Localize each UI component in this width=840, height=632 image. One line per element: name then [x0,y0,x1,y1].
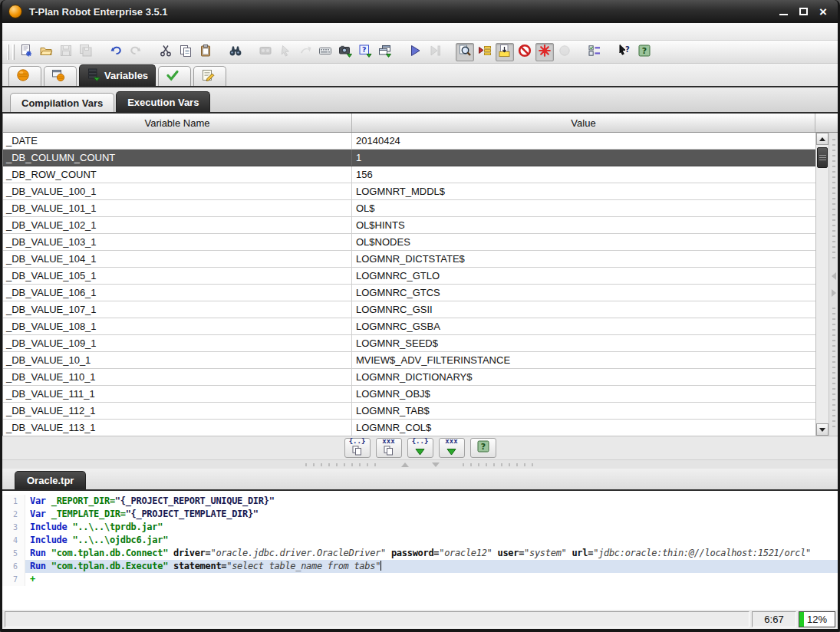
tab-screen[interactable] [44,66,77,86]
stop-button[interactable] [516,43,534,61]
open-button[interactable] [37,43,55,61]
table-scrollbar[interactable] [815,133,828,436]
variable-value-cell: LOGMNR_DICTIONARY$ [352,369,815,385]
collapse-down-icon[interactable] [432,462,440,467]
toolbar-grip[interactable] [7,44,9,60]
code-text[interactable]: Run "com.tplan.db.Connect" driver="oracl… [25,547,838,560]
column-header-variable-name[interactable]: Variable Name [3,114,352,132]
tab-status[interactable] [158,66,191,86]
table-row[interactable]: _DATE 20140424 [3,133,815,150]
menu-tools[interactable] [58,30,70,33]
whats-this-button[interactable]: ? [615,43,634,61]
column-header-value[interactable]: Value [352,114,815,132]
code-text[interactable]: Run "com.tplan.db.Execute" statement="se… [25,560,838,573]
table-row[interactable]: _DB_VALUE_112_1 LOGMNR_TAB$ [3,403,815,420]
tab-editor[interactable] [193,66,226,86]
tab-execution-vars[interactable]: Execution Vars [116,91,210,112]
menu-file[interactable] [8,30,21,33]
code-line[interactable]: 4 Include "..\..\ojdbc6.jar" [2,534,838,547]
maximize-button[interactable] [793,3,813,20]
copy-name-braces-button[interactable]: {..} [344,438,371,458]
comparison-button[interactable]: ? [356,43,374,61]
execute-button[interactable] [406,43,424,61]
editor-tab-oracle[interactable]: Oracle.tpr [15,471,86,489]
keyboard-icon [318,44,332,61]
tab-robot[interactable] [8,66,41,86]
code-line[interactable]: 2 Var _TEMPLATE_DIR="{_PROJECT_TEMPLATE_… [2,508,838,521]
new-script-button[interactable] [17,43,35,61]
tab-compilation-vars[interactable]: Compilation Vars [10,93,114,112]
table-row[interactable]: _DB_VALUE_102_1 OL$HINTS [3,217,815,234]
horizontal-splitter[interactable] [2,459,838,469]
code-text[interactable]: Var _TEMPLATE_DIR="{_PROJECT_TEMPLATE_DI… [25,508,838,521]
table-row[interactable]: _DB_COLUMN_COUNT 1 [3,150,815,166]
code-text[interactable]: Include "..\..\ojdbc6.jar" [25,534,838,547]
waitfor-window-button[interactable] [376,43,394,61]
table-row[interactable]: _DB_VALUE_101_1 OL$ [3,200,815,217]
code-line[interactable]: 6 Run "com.tplan.db.Execute" statement="… [2,560,838,573]
table-row[interactable]: _DB_VALUE_107_1 LOGMNRC_GSII [3,301,815,318]
screenshot-icon [338,44,352,61]
follow-execution-button[interactable] [456,43,474,61]
code-line[interactable]: 3 Include "..\..\tprdb.jar" [2,521,838,534]
insert-value-xxx-button[interactable]: xxx [439,438,465,458]
code-text[interactable]: Var _REPORT_DIR="{_PROJECT_REPORT_UNIQUE… [25,495,838,508]
code-line[interactable]: 7 + [2,573,838,586]
vertical-splitter[interactable] [828,133,838,436]
cut-button[interactable] [156,43,175,61]
code-text[interactable]: Include "..\..\tprdb.jar" [25,521,838,534]
code-line[interactable]: 5 Run "com.tplan.db.Connect" driver="ora… [2,547,838,560]
scrollbar-track[interactable] [816,145,828,423]
paste-button[interactable] [196,43,215,61]
scrollbar-thumb[interactable] [817,147,828,168]
code-line[interactable]: 1 Var _REPORT_DIR="{_PROJECT_REPORT_UNIQ… [2,495,838,508]
table-row[interactable]: _DB_VALUE_10_1 MVIEW$_ADV_FILTERINSTANCE [3,352,815,369]
table-row[interactable]: _DB_VALUE_104_1 LOGMNR_DICTSTATE$ [3,251,815,268]
table-row[interactable]: _DB_VALUE_105_1 LOGMNRC_GTLO [3,268,815,285]
export-script-button[interactable] [496,43,514,61]
stop-icon [518,44,532,61]
execution-list-button[interactable] [476,43,494,61]
variable-action-label: xxx [445,438,457,445]
keyboard-button[interactable] [316,43,334,61]
table-row[interactable]: _DB_VALUE_106_1 LOGMNRC_GTCS [3,285,815,301]
variable-name-cell: _DB_VALUE_10_1 [3,352,352,368]
help-button[interactable]: ? [635,43,654,61]
table-row[interactable]: _DB_VALUE_109_1 LOGMNR_SEED$ [3,335,815,352]
variable-value-cell: 20140424 [352,133,815,149]
menu-help[interactable] [70,30,82,33]
table-row[interactable]: _DB_VALUE_110_1 LOGMNR_DICTIONARY$ [3,369,815,386]
table-row[interactable]: _DB_VALUE_103_1 OL$NODES [3,234,815,251]
collapse-left-icon[interactable] [832,272,836,280]
table-row[interactable]: _DB_VALUE_113_1 LOGMNR_COL$ [3,420,815,436]
screen-ball-icon [51,68,65,84]
tab-variables[interactable]: Variables [79,64,156,86]
screenshot-button[interactable] [336,43,354,61]
minimize-button[interactable] [773,3,793,20]
table-row[interactable]: _DB_VALUE_100_1 LOGMNRT_MDDL$ [3,183,815,200]
find-button[interactable] [226,43,245,61]
scroll-up-button[interactable] [816,133,828,145]
copy-button[interactable] [176,43,195,61]
undo-button[interactable] [107,43,125,61]
record-indicator [555,43,574,61]
menu-desktop[interactable] [45,30,58,33]
insert-name-braces-button[interactable]: {..} [407,438,433,458]
pause-button[interactable] [535,43,554,61]
collapse-right-icon[interactable] [832,289,836,297]
variable-name-cell: _DB_VALUE_105_1 [3,268,352,284]
table-row[interactable]: _DB_ROW_COUNT 156 [3,166,815,183]
variables-help-button[interactable]: ? [470,438,496,458]
close-button[interactable]: × [813,3,833,20]
menu-edit[interactable] [21,30,33,33]
variable-browser-button[interactable] [585,43,604,61]
collapse-up-icon[interactable] [401,462,409,467]
code-text[interactable]: + [25,573,838,586]
toolbar-grip[interactable] [12,44,15,60]
table-row[interactable]: _DB_VALUE_108_1 LOGMNRC_GSBA [3,318,815,335]
table-row[interactable]: _DB_VALUE_111_1 LOGMNR_OBJ$ [3,386,815,403]
script-editor[interactable]: 1 Var _REPORT_DIR="{_PROJECT_REPORT_UNIQ… [2,491,838,609]
copy-value-xxx-button[interactable]: xxx [376,438,402,458]
scroll-down-button[interactable] [816,423,828,436]
menu-script[interactable] [33,30,45,33]
